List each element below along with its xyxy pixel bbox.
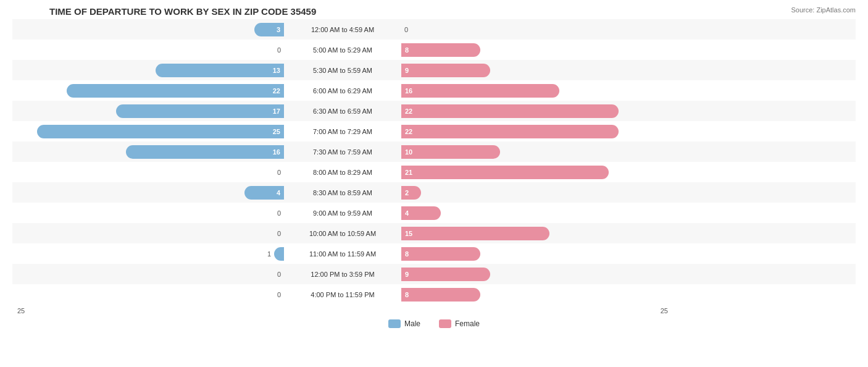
axis-bottom: 25 25 — [12, 305, 856, 316]
female-bar: 16 — [401, 84, 559, 98]
male-value-inside: 22 — [273, 87, 280, 95]
male-bar-area: 13 — [12, 60, 284, 80]
male-bar: 17 — [116, 104, 284, 118]
male-value-inside: 16 — [273, 148, 280, 156]
female-bar-area: 10 — [401, 141, 673, 162]
female-bar-area: 22 — [401, 101, 673, 121]
female-bar-area: 4 — [401, 203, 673, 223]
chart-legend: Male Female — [12, 319, 856, 328]
female-bar: 8 — [401, 43, 480, 57]
female-bar-area: 15 — [401, 223, 673, 243]
female-value-inside: 8 — [405, 250, 409, 258]
male-bar: 4 — [244, 186, 284, 200]
female-swatch — [439, 319, 451, 328]
male-value-inside: 17 — [273, 108, 280, 115]
male-bar-area: 4 — [12, 182, 284, 203]
table-row: 0 12:00 PM to 3:59 PM 9 — [12, 264, 856, 284]
female-bar: 8 — [401, 288, 480, 302]
male-value-zero: 0 — [277, 230, 281, 237]
chart-rows: 3 12:00 AM to 4:59 AM 0 0 5:00 AM to 5:2… — [12, 19, 856, 305]
time-label: 10:00 AM to 10:59 AM — [284, 230, 401, 237]
table-row: 25 7:00 AM to 7:29 AM 22 — [12, 121, 856, 141]
female-bar: 8 — [401, 247, 480, 261]
female-value-inside: 21 — [405, 169, 412, 176]
table-row: 0 10:00 AM to 10:59 AM 15 — [12, 223, 856, 243]
male-value-inside: 25 — [273, 128, 280, 135]
male-bar: 25 — [37, 125, 284, 138]
time-label: 6:00 AM to 6:29 AM — [284, 87, 401, 95]
table-row: 0 9:00 AM to 9:59 AM 4 — [12, 203, 856, 223]
female-value-inside: 8 — [405, 291, 409, 298]
female-value-inside: 16 — [405, 87, 412, 95]
male-value-inside: 4 — [277, 189, 280, 196]
female-bar: 22 — [401, 125, 619, 138]
table-row: 1 11:00 AM to 11:59 AM 8 — [12, 243, 856, 264]
male-bar-area: 17 — [12, 101, 284, 121]
male-bar: 16 — [126, 145, 284, 159]
male-value-zero: 0 — [277, 46, 281, 54]
time-label: 12:00 PM to 3:59 PM — [284, 271, 401, 278]
male-value-inside: 13 — [273, 67, 280, 74]
female-bar-area: 0 — [401, 19, 673, 40]
table-row: 0 5:00 AM to 5:29 AM 8 — [12, 40, 856, 60]
female-bar-area: 9 — [401, 60, 673, 80]
male-bar — [274, 247, 284, 261]
female-value-inside: 8 — [405, 46, 409, 54]
time-label: 12:00 AM to 4:59 AM — [284, 26, 401, 33]
male-bar-area: 0 — [12, 284, 284, 305]
female-value-inside: 4 — [405, 209, 409, 217]
female-value-inside: 10 — [405, 148, 412, 156]
table-row: 0 8:00 AM to 8:29 AM 21 — [12, 162, 856, 182]
female-value-inside: 2 — [405, 189, 409, 196]
male-value-zero: 0 — [277, 169, 281, 176]
male-value-outside: 1 — [267, 250, 271, 258]
female-bar: 2 — [401, 186, 421, 200]
female-bar: 21 — [401, 166, 609, 179]
time-label: 6:30 AM to 6:59 AM — [284, 108, 401, 115]
female-bar: 4 — [401, 206, 441, 220]
male-bar-area: 25 — [12, 121, 284, 141]
axis-left-label: 25 — [17, 307, 25, 314]
legend-male: Male — [388, 319, 420, 328]
axis-right-label: 25 — [661, 307, 668, 314]
time-label: 4:00 PM to 11:59 PM — [284, 291, 401, 298]
female-bar: 9 — [401, 268, 490, 281]
table-row: 13 5:30 AM to 5:59 AM 9 — [12, 60, 856, 80]
female-value-inside: 15 — [405, 230, 412, 237]
table-row: 4 8:30 AM to 8:59 AM 2 — [12, 182, 856, 203]
male-swatch — [388, 319, 401, 328]
female-bar: 15 — [401, 227, 549, 240]
female-bar-area: 8 — [401, 40, 673, 60]
male-bar-area: 3 — [12, 19, 284, 40]
male-value-zero: 0 — [277, 271, 281, 278]
female-bar-area: 21 — [401, 162, 673, 182]
male-bar-area: 0 — [12, 203, 284, 223]
table-row: 22 6:00 AM to 6:29 AM 16 — [12, 80, 856, 101]
time-label: 5:30 AM to 5:59 AM — [284, 67, 401, 74]
female-value-zero: 0 — [404, 26, 408, 33]
time-label: 9:00 AM to 9:59 AM — [284, 209, 401, 217]
time-label: 7:00 AM to 7:29 AM — [284, 128, 401, 135]
time-label: 7:30 AM to 7:59 AM — [284, 148, 401, 156]
female-value-inside: 9 — [405, 271, 409, 278]
time-label: 11:00 AM to 11:59 AM — [284, 250, 401, 258]
chart-title: TIME OF DEPARTURE TO WORK BY SEX IN ZIP … — [12, 6, 856, 17]
table-row: 3 12:00 AM to 4:59 AM 0 — [12, 19, 856, 40]
male-bar-area: 22 — [12, 80, 284, 101]
male-bar: 22 — [67, 84, 284, 98]
male-value-zero: 0 — [277, 291, 281, 298]
legend-male-label: Male — [404, 319, 420, 328]
female-value-inside: 9 — [405, 67, 409, 74]
male-bar: 3 — [254, 23, 284, 36]
male-bar-area: 0 — [12, 223, 284, 243]
female-bar-area: 8 — [401, 284, 673, 305]
female-value-inside: 22 — [405, 108, 412, 115]
female-bar-area: 16 — [401, 80, 673, 101]
female-bar: 9 — [401, 64, 490, 77]
female-bar: 10 — [401, 145, 500, 159]
female-bar-area: 8 — [401, 243, 673, 264]
male-bar-area: 0 — [12, 40, 284, 60]
legend-female: Female — [439, 319, 480, 328]
table-row: 16 7:30 AM to 7:59 AM 10 — [12, 141, 856, 162]
chart-container: TIME OF DEPARTURE TO WORK BY SEX IN ZIP … — [0, 0, 868, 367]
